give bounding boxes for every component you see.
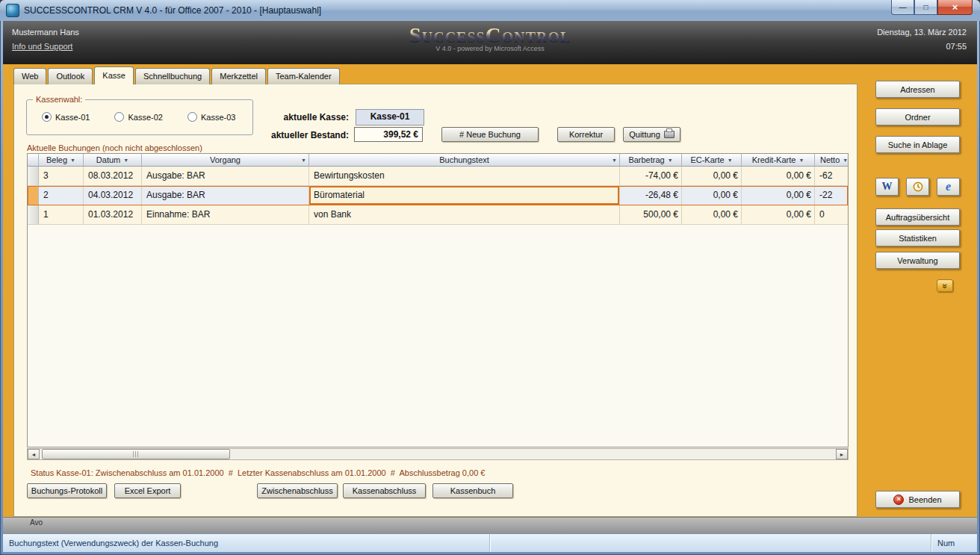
verwaltung-button[interactable]: Verwaltung [875, 252, 960, 269]
window-title: SUCCESSCONTROL CRM V 4.0 - für Office 20… [24, 5, 321, 16]
cell-kredit-karte[interactable]: 0,00 € [742, 167, 815, 186]
cell-barbetrag[interactable]: -74,00 € [620, 167, 682, 186]
kassen-status-text: Status Kasse-01: Zwischenabschluss am 01… [31, 468, 485, 477]
form-footer-strip: Avo [3, 517, 977, 533]
filter-arrow-icon[interactable]: ▼ [668, 158, 673, 163]
column-header-buchungstext[interactable]: Buchungstext▼ [309, 154, 620, 167]
app-header: Mustermann Hans Info und Support Success… [3, 21, 977, 64]
column-header-datum[interactable]: Datum▼ [84, 154, 142, 167]
kassenbuch-button[interactable]: Kassenbuch [432, 483, 513, 498]
table-row-selected[interactable]: 2 04.03.2012 Ausgabe: BAR Büromaterial -… [28, 186, 848, 205]
filter-arrow-icon[interactable]: ▼ [843, 158, 848, 163]
scrollbar-thumb[interactable] [42, 449, 230, 459]
cell-vorgang[interactable]: Einnahme: BAR [142, 205, 309, 225]
status-bar: Buchungstext (Verwendungszweck) der Kass… [3, 533, 977, 552]
scroll-right-button[interactable]: ► [836, 449, 848, 459]
cell-buchungstext-current[interactable]: Büromaterial [309, 186, 620, 205]
zwischenabschluss-button[interactable]: Zwischenabschluss [257, 483, 338, 498]
app-window: SUCCESSCONTROL CRM V 4.0 - für Office 20… [0, 0, 980, 555]
adressen-button[interactable]: Adressen [875, 81, 960, 98]
cell-vorgang[interactable]: Ausgabe: BAR [142, 167, 309, 186]
radio-kasse-01[interactable]: Kasse-01 [42, 112, 90, 122]
expand-chevron-button[interactable]: » [937, 279, 953, 292]
app-icon[interactable] [6, 4, 19, 17]
tab-kasse[interactable]: Kasse [94, 66, 134, 84]
quittung-button[interactable]: Quittung [623, 127, 680, 142]
cell-beleg[interactable]: 2 [39, 186, 84, 205]
chevron-down-icon: » [940, 283, 949, 288]
row-selector[interactable] [28, 167, 39, 186]
tab-outlook[interactable]: Outlook [48, 68, 93, 84]
row-selector[interactable] [28, 205, 39, 225]
filter-arrow-icon[interactable]: ▼ [123, 158, 128, 163]
cell-datum[interactable]: 04.03.2012 [84, 186, 142, 205]
maximize-button[interactable]: □ [914, 0, 937, 15]
column-header-ec-karte[interactable]: EC-Karte▼ [682, 154, 742, 167]
cell-datum[interactable]: 01.03.2012 [84, 205, 142, 225]
main-area: Web Outlook Kasse Schnellbuchung Merkzet… [3, 64, 977, 517]
cell-netto[interactable]: 0 [815, 205, 849, 225]
radio-kasse-03[interactable]: Kasse-03 [187, 112, 235, 122]
row-selector[interactable] [28, 186, 39, 205]
cell-ec-karte[interactable]: 0,00 € [682, 167, 742, 186]
cell-datum[interactable]: 08.03.2012 [84, 167, 142, 186]
num-lock-indicator: Num [931, 534, 977, 552]
minimize-button[interactable]: — [891, 0, 914, 15]
suche-in-ablage-button[interactable]: Suche in Ablage [875, 136, 960, 153]
buchungs-protokoll-button[interactable]: Buchungs-Protokoll [27, 483, 107, 498]
filter-arrow-icon[interactable]: ▼ [301, 158, 306, 163]
ie-button[interactable]: e [937, 178, 960, 196]
word-button[interactable]: W [875, 178, 899, 196]
column-header-barbetrag[interactable]: Barbetrag▼ [620, 154, 682, 167]
radio-label: Kasse-03 [201, 113, 235, 122]
neue-buchung-button[interactable]: # Neue Buchung [441, 127, 539, 142]
radio-label: Kasse-02 [128, 113, 162, 122]
cell-netto[interactable]: -62 [815, 167, 849, 186]
cell-barbetrag[interactable]: -26,48 € [620, 186, 682, 205]
cell-vorgang[interactable]: Ausgabe: BAR [142, 186, 309, 205]
table-row[interactable]: 1 01.03.2012 Einnahme: BAR von Bank 500,… [28, 205, 848, 225]
cell-kredit-karte[interactable]: 0,00 € [742, 205, 815, 225]
filter-arrow-icon[interactable]: ▼ [612, 158, 617, 163]
cell-buchungstext[interactable]: von Bank [309, 205, 620, 225]
cell-netto[interactable]: -22 [815, 186, 849, 205]
scroll-left-button[interactable]: ◄ [28, 449, 40, 459]
kassenabschluss-button[interactable]: Kassenabschluss [343, 483, 426, 498]
column-header-vorgang[interactable]: Vorgang▼ [142, 154, 309, 167]
tab-team-kalender[interactable]: Team-Kalender [267, 68, 340, 84]
filter-arrow-icon[interactable]: ▼ [728, 158, 733, 163]
filter-arrow-icon[interactable]: ▼ [798, 158, 804, 163]
cell-ec-karte[interactable]: 0,00 € [682, 205, 742, 225]
tab-web[interactable]: Web [13, 68, 46, 84]
beenden-button[interactable]: × Beenden [875, 491, 960, 508]
radio-icon [114, 112, 124, 122]
scrollbar-track[interactable] [40, 449, 836, 459]
cell-ec-karte[interactable]: 0,00 € [682, 186, 742, 205]
korrektur-button[interactable]: Korrektur [557, 127, 615, 142]
table-header-row: Beleg▼ Datum▼ Vorgang▼ Buchungstext▼ Bar… [28, 154, 848, 167]
cell-kredit-karte[interactable]: 0,00 € [742, 186, 815, 205]
close-button[interactable]: × [937, 0, 973, 15]
column-header-beleg[interactable]: Beleg▼ [39, 154, 84, 167]
ordner-button[interactable]: Ordner [875, 108, 960, 125]
close-icon: × [952, 1, 958, 13]
cell-beleg[interactable]: 3 [39, 167, 84, 186]
column-header-selector[interactable] [28, 154, 39, 167]
excel-export-button[interactable]: Excel Export [114, 483, 181, 498]
column-header-netto[interactable]: Netto▼ [815, 154, 849, 167]
cell-barbetrag[interactable]: 500,00 € [620, 205, 682, 225]
horizontal-scrollbar[interactable]: ◄ ► [27, 448, 849, 460]
auftragsuebersicht-button[interactable]: Auftragsübersicht [875, 208, 960, 226]
cell-buchungstext[interactable]: Bewirtungskosten [309, 167, 620, 186]
tab-merkzettel[interactable]: Merkzettel [211, 68, 266, 84]
table-row[interactable]: 3 08.03.2012 Ausgabe: BAR Bewirtungskost… [28, 167, 848, 186]
kassenwahl-label: Kassenwahl: [33, 95, 85, 104]
radio-kasse-02[interactable]: Kasse-02 [114, 112, 162, 122]
cell-beleg[interactable]: 1 [39, 205, 84, 225]
tab-schnellbuchung[interactable]: Schnellbuchung [135, 68, 210, 84]
filter-arrow-icon[interactable]: ▼ [70, 158, 75, 163]
column-header-kredit-karte[interactable]: Kredit-Karte▼ [742, 154, 815, 167]
outlook-button[interactable] [906, 178, 929, 196]
current-time: 07:55 [877, 42, 967, 51]
statistiken-button[interactable]: Statistiken [875, 229, 960, 247]
